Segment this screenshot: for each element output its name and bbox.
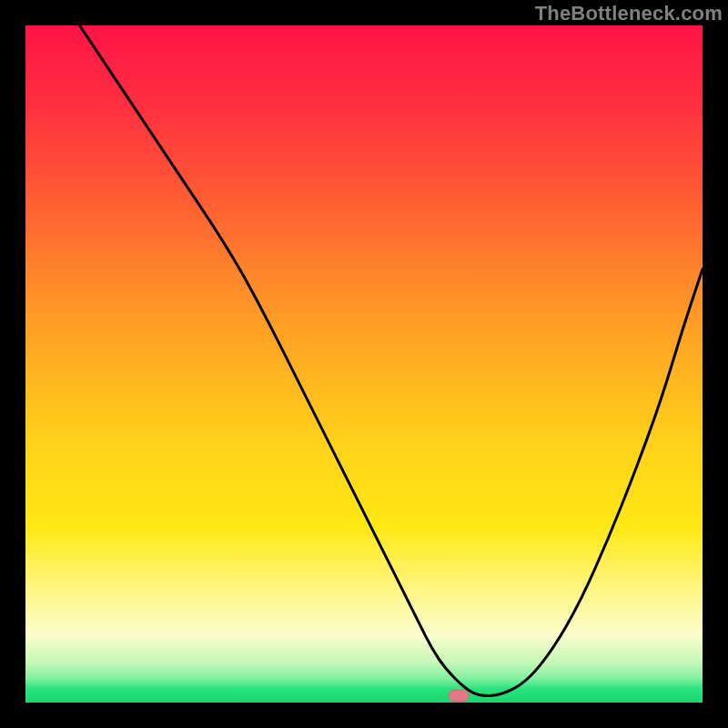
plot-area: [25, 25, 703, 703]
chart-frame: TheBottleneck.com: [0, 0, 728, 728]
chart-svg: [25, 25, 703, 703]
optimal-point-marker: [449, 691, 469, 702]
gradient-background: [25, 25, 703, 703]
watermark-text: TheBottleneck.com: [535, 2, 723, 25]
